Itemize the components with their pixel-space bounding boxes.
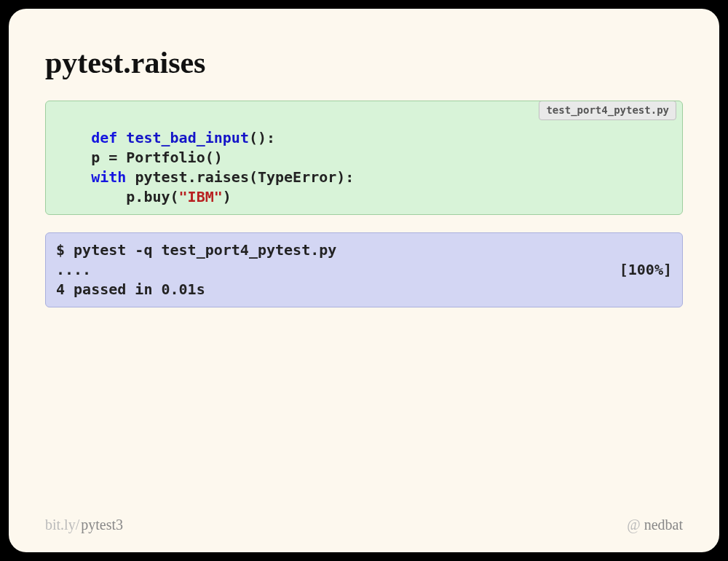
footer-link[interactable]: bit.ly/pytest3 [45,517,123,533]
code-text: p = Portfolio() [56,149,223,166]
shell-line: $ pytest -q test_port4_pytest.py [56,241,336,259]
function-name: test_bad_input [126,129,249,146]
footer: bit.ly/pytest3 @ nedbat [45,517,683,538]
keyword-def: def [91,129,117,146]
code-text: ) [223,188,232,205]
shell-result: 4 passed in 0.01s [56,280,205,298]
at-sign: @ [627,517,640,533]
footer-link-prefix: bit.ly/ [45,517,79,533]
code-block-python: test_port4_pytest.pydef test_bad_input()… [45,101,683,215]
footer-link-slug: pytest3 [81,517,123,533]
string-literal: "IBM" [179,188,223,205]
shell-percent: [100%] [620,260,672,280]
code-text: (): [249,129,275,146]
code-block-shell: $ pytest -q test_port4_pytest.py ....[10… [45,232,683,307]
shell-dots: .... [56,261,91,278]
footer-handle[interactable]: @ nedbat [627,517,683,533]
slide: pytest.raises test_port4_pytest.pydef te… [9,9,719,552]
code-text: p.buy( [56,188,179,205]
keyword-with: with [91,168,126,186]
code-text: pytest.raises(TypeError): [126,168,354,186]
filename-tab: test_port4_pytest.py [539,101,676,120]
slide-title: pytest.raises [45,45,683,80]
handle-text: nedbat [644,517,683,533]
